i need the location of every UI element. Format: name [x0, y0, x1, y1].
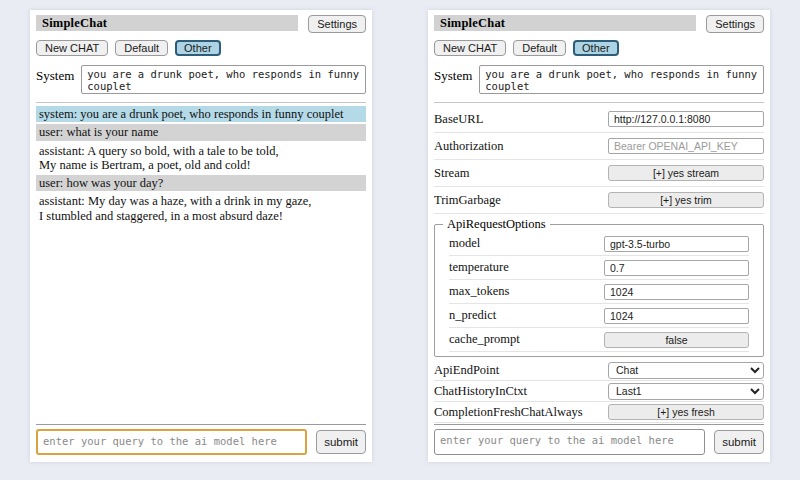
stream-toggle-button[interactable]: [+] yes stream: [608, 165, 764, 181]
cache-prompt-toggle-button[interactable]: false: [604, 332, 749, 348]
api-request-options-fieldset: ApiRequestOptions model temperature max_…: [434, 217, 764, 357]
setting-row-authorization: Authorization: [434, 133, 764, 160]
stream-label: Stream: [434, 166, 469, 181]
n-predict-input[interactable]: [604, 308, 749, 324]
session-default-button[interactable]: Default: [115, 40, 168, 56]
setting-row-n-predict: n_predict: [449, 304, 749, 328]
chat-message-assistant: assistant: My day was a haze, with a dri…: [36, 193, 366, 224]
temperature-label: temperature: [449, 260, 509, 275]
cache-prompt-label: cache_prompt: [449, 332, 520, 347]
fresh-chat-toggle-button[interactable]: [+] yes fresh: [608, 404, 764, 420]
query-input[interactable]: [36, 429, 307, 455]
setting-row-model: model: [449, 232, 749, 256]
settings-panel: SimpleChat Settings New CHAT Default Oth…: [428, 10, 770, 462]
setting-row-chathistoryinctxt: ChatHistoryInCtxt Last1: [434, 381, 764, 402]
session-other-button[interactable]: Other: [573, 40, 619, 56]
chat-panel: SimpleChat Settings New CHAT Default Oth…: [30, 10, 372, 462]
api-endpoint-select[interactable]: Chat: [608, 362, 764, 379]
query-input-row: submit: [434, 429, 764, 455]
session-default-button[interactable]: Default: [513, 40, 566, 56]
max-tokens-input[interactable]: [604, 284, 749, 300]
divider: [434, 424, 764, 425]
completionfreshchatalways-label: CompletionFreshChatAlways: [434, 405, 583, 420]
system-label: System: [36, 65, 74, 84]
new-chat-button[interactable]: New CHAT: [434, 40, 506, 56]
authorization-label: Authorization: [434, 139, 503, 154]
setting-row-completionfreshchatalways: CompletionFreshChatAlways [+] yes fresh: [434, 402, 764, 423]
query-input[interactable]: [434, 429, 705, 455]
submit-button[interactable]: submit: [316, 430, 366, 454]
api-request-options-legend: ApiRequestOptions: [443, 217, 550, 232]
new-chat-button[interactable]: New CHAT: [36, 40, 108, 56]
setting-row-temperature: temperature: [449, 256, 749, 280]
header: SimpleChat Settings: [434, 15, 764, 33]
app-title: SimpleChat: [36, 15, 298, 31]
setting-row-cache-prompt: cache_prompt false: [449, 328, 749, 352]
model-label: model: [449, 236, 480, 251]
submit-button[interactable]: submit: [714, 430, 764, 454]
temperature-input[interactable]: [604, 260, 749, 276]
settings-button[interactable]: Settings: [308, 15, 366, 33]
system-row: System you are a drunk poet, who respond…: [434, 65, 764, 94]
chat-message-user: user: how was your day?: [36, 175, 366, 191]
chathistoryinctxt-label: ChatHistoryInCtxt: [434, 384, 527, 399]
baseurl-input[interactable]: [608, 111, 764, 127]
app-title: SimpleChat: [434, 15, 696, 31]
system-prompt-textarea[interactable]: you are a drunk poet, who responds in fu…: [81, 65, 366, 94]
chat-message-user: user: what is your name: [36, 124, 366, 140]
setting-row-baseurl: BaseURL: [434, 106, 764, 133]
authorization-input[interactable]: [608, 138, 764, 154]
baseurl-label: BaseURL: [434, 112, 483, 127]
system-prompt-textarea[interactable]: you are a drunk poet, who responds in fu…: [479, 65, 764, 94]
divider: [36, 424, 366, 425]
chat-history-select[interactable]: Last1: [608, 383, 764, 400]
trimgarbage-label: TrimGarbage: [434, 193, 501, 208]
settings-list: BaseURL Authorization Stream [+] yes str…: [434, 103, 764, 424]
chat-message-system: system: you are a drunk poet, who respon…: [36, 106, 366, 122]
n-predict-label: n_predict: [449, 308, 496, 323]
setting-row-trimgarbage: TrimGarbage [+] yes trim: [434, 187, 764, 214]
query-input-row: submit: [36, 429, 366, 455]
max-tokens-label: max_tokens: [449, 284, 509, 299]
page: SimpleChat Settings New CHAT Default Oth…: [0, 0, 800, 480]
session-row: New CHAT Default Other: [36, 40, 366, 56]
chat-message-assistant: assistant: A query so bold, with a tale …: [36, 143, 366, 174]
apiendpoint-label: ApiEndPoint: [434, 363, 499, 378]
setting-row-max-tokens: max_tokens: [449, 280, 749, 304]
system-label: System: [434, 65, 472, 84]
model-input[interactable]: [604, 236, 749, 252]
settings-button[interactable]: Settings: [706, 15, 764, 33]
header: SimpleChat Settings: [36, 15, 366, 33]
chat-messages: system: you are a drunk poet, who respon…: [36, 103, 366, 424]
session-other-button[interactable]: Other: [175, 40, 221, 56]
system-row: System you are a drunk poet, who respond…: [36, 65, 366, 94]
setting-row-stream: Stream [+] yes stream: [434, 160, 764, 187]
trimgarbage-toggle-button[interactable]: [+] yes trim: [608, 192, 764, 208]
setting-row-apiendpoint: ApiEndPoint Chat: [434, 360, 764, 381]
session-row: New CHAT Default Other: [434, 40, 764, 56]
